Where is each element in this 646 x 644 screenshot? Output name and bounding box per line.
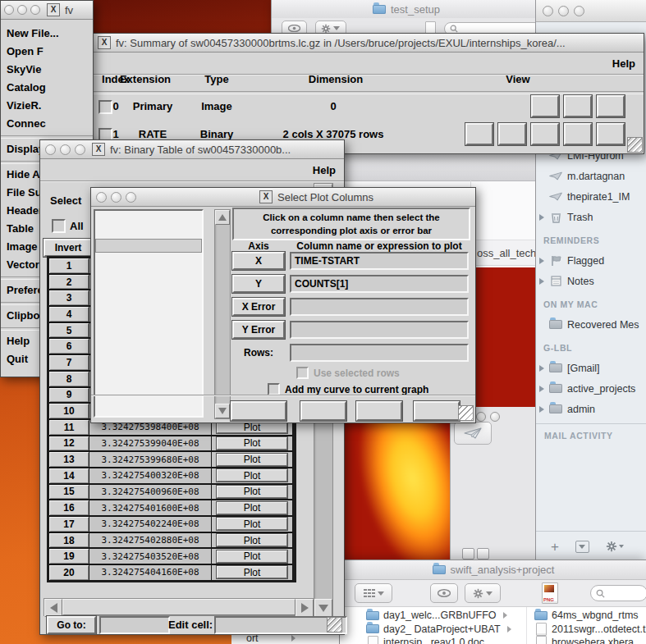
mailbox-item[interactable]: REMINDERS xyxy=(536,230,646,250)
file-row[interactable]: day1_welc...GRBnUFFO xyxy=(364,609,511,623)
axis-expression-input[interactable] xyxy=(290,298,469,316)
mailbox-item[interactable]: active_projects xyxy=(536,378,646,399)
dialog-button[interactable] xyxy=(356,401,402,421)
disclosure-triangle-icon[interactable] xyxy=(539,386,544,392)
mailbox-item[interactable]: Flagged xyxy=(536,250,646,271)
horizontal-scrollbar[interactable] xyxy=(44,598,314,616)
mailbox-item[interactable]: m.dartagnan xyxy=(536,166,646,186)
mailbox-item[interactable]: G-LBL xyxy=(536,337,646,358)
row-number-cell[interactable]: 5 xyxy=(48,322,89,339)
menu-item[interactable]: SkyVie xyxy=(1,61,93,79)
scroll-down-button[interactable] xyxy=(314,599,332,617)
dialog-titlebar[interactable]: X Select Plot Columns xyxy=(91,188,475,207)
axis-expression-input[interactable]: COUNTS[1] xyxy=(290,275,469,293)
view-button[interactable] xyxy=(498,123,526,145)
goto-button[interactable]: Go to: xyxy=(47,616,96,634)
menu-item[interactable]: Open F xyxy=(1,43,93,61)
minimize-button[interactable] xyxy=(17,5,27,15)
scroll-right-button[interactable] xyxy=(296,599,314,617)
minimize-button[interactable] xyxy=(60,144,71,155)
column-list-item[interactable] xyxy=(95,239,202,253)
time-value-cell[interactable]: 3.324275402880E+08 xyxy=(89,532,212,549)
menu-item[interactable]: Catalog xyxy=(1,79,93,97)
time-value-cell[interactable]: 3.324275402240E+08 xyxy=(89,516,212,532)
axis-button[interactable]: Y xyxy=(232,275,285,293)
search-field[interactable] xyxy=(444,22,541,34)
mailbox-item[interactable]: admin xyxy=(536,399,646,419)
menu-item[interactable]: VizieR. xyxy=(1,97,93,115)
view-button[interactable] xyxy=(597,123,625,145)
binary-titlebar[interactable]: X fv: Binary Table of sw00457330000b... xyxy=(40,140,344,159)
mailbox-item[interactable]: thepirate1_IM xyxy=(536,186,646,207)
fv-menu-titlebar[interactable]: X fv xyxy=(1,1,93,20)
show-menu-button[interactable] xyxy=(575,541,589,553)
view-options-button[interactable] xyxy=(355,583,392,603)
goto-input[interactable] xyxy=(99,616,170,634)
time-value-cell[interactable]: 3.324275401600E+08 xyxy=(89,500,212,516)
format-segmented-control[interactable] xyxy=(462,548,489,560)
row-number-cell[interactable]: 15 xyxy=(48,484,89,500)
row-number-cell[interactable]: 19 xyxy=(48,548,89,564)
time-value-cell[interactable]: 3.324275403520E+08 xyxy=(89,548,212,564)
close-button[interactable] xyxy=(45,144,56,155)
axis-button[interactable]: X Error xyxy=(232,298,285,316)
summary-titlebar[interactable]: X fv: Summary of sw00457330000brtms.lc.g… xyxy=(46,34,644,53)
disclosure-triangle-icon[interactable] xyxy=(539,365,544,372)
file-row[interactable]: internsip...reav1.0.doc xyxy=(364,636,511,644)
rows-input[interactable] xyxy=(290,344,469,362)
minimize-button[interactable] xyxy=(558,6,569,16)
time-value-cell[interactable]: 3.324275400320E+08 xyxy=(89,468,212,484)
mailbox-item[interactable]: ON MY MAC xyxy=(536,294,646,314)
row-number-cell[interactable]: 4 xyxy=(48,306,89,322)
row-number-cell[interactable]: 18 xyxy=(48,532,89,549)
zoom-button[interactable] xyxy=(490,412,500,422)
zoom-button[interactable] xyxy=(75,144,85,155)
time-value-cell[interactable]: 3.324275399040E+08 xyxy=(89,436,212,452)
disclosure-triangle-icon[interactable] xyxy=(539,278,544,285)
plot-button[interactable]: Plot xyxy=(217,437,287,450)
axis-button[interactable]: Y Error xyxy=(232,321,285,339)
plot-button[interactable]: Plot xyxy=(217,486,287,498)
view-button[interactable] xyxy=(597,95,625,117)
view-button[interactable] xyxy=(564,123,592,145)
time-value-cell[interactable]: 3.324275400960E+08 xyxy=(89,484,212,500)
scroll-left-button[interactable] xyxy=(44,599,62,617)
menu-item[interactable]: New File... xyxy=(1,25,93,43)
axis-expression-input[interactable] xyxy=(290,321,469,339)
dialog-button[interactable] xyxy=(231,401,286,421)
menu-help[interactable]: Help xyxy=(305,164,344,176)
plot-button[interactable]: Plot xyxy=(217,454,287,466)
mailbox-item[interactable]: [Gmail] xyxy=(536,358,646,378)
scrollbar-thumb[interactable] xyxy=(62,599,296,615)
zoom-button[interactable] xyxy=(574,6,584,16)
file-row[interactable]: 64ms_wbgnd_rtms xyxy=(533,609,646,623)
view-button[interactable] xyxy=(531,95,559,117)
disclosure-triangle-icon[interactable] xyxy=(539,406,544,413)
use-selected-rows-checkbox[interactable] xyxy=(296,367,309,379)
plot-button[interactable]: Plot xyxy=(217,518,287,530)
scroll-up-button[interactable] xyxy=(215,210,230,225)
row-number-cell[interactable]: 7 xyxy=(48,354,89,371)
png-file-icon[interactable]: PNG xyxy=(542,582,558,604)
invert-button[interactable]: Invert xyxy=(44,239,93,257)
plot-button[interactable]: Plot xyxy=(217,566,287,578)
time-value-cell[interactable]: 3.324275404160E+08 xyxy=(89,564,212,581)
plot-button[interactable]: Plot xyxy=(217,550,287,563)
resize-grip[interactable] xyxy=(327,617,342,633)
zoom-button[interactable] xyxy=(126,192,136,203)
row-number-cell[interactable]: 16 xyxy=(48,500,89,516)
action-menu-button[interactable] xyxy=(465,583,501,603)
plot-button[interactable]: Plot xyxy=(217,502,287,514)
row-number-cell[interactable]: 3 xyxy=(48,290,89,306)
view-button[interactable] xyxy=(465,123,493,145)
column-list-item[interactable] xyxy=(95,253,202,267)
row-number-cell[interactable]: 1 xyxy=(48,258,89,274)
close-button[interactable] xyxy=(4,5,14,15)
mailbox-item[interactable]: Notes xyxy=(536,271,646,291)
time-value-cell[interactable]: 3.324275399680E+08 xyxy=(89,451,212,468)
action-gear-button[interactable] xyxy=(606,541,624,552)
column-list-item[interactable] xyxy=(95,211,202,225)
axis-button[interactable]: X xyxy=(232,252,285,270)
add-curve-checkbox[interactable] xyxy=(268,383,280,395)
file-row[interactable]: browsehera.xhera xyxy=(533,636,646,644)
